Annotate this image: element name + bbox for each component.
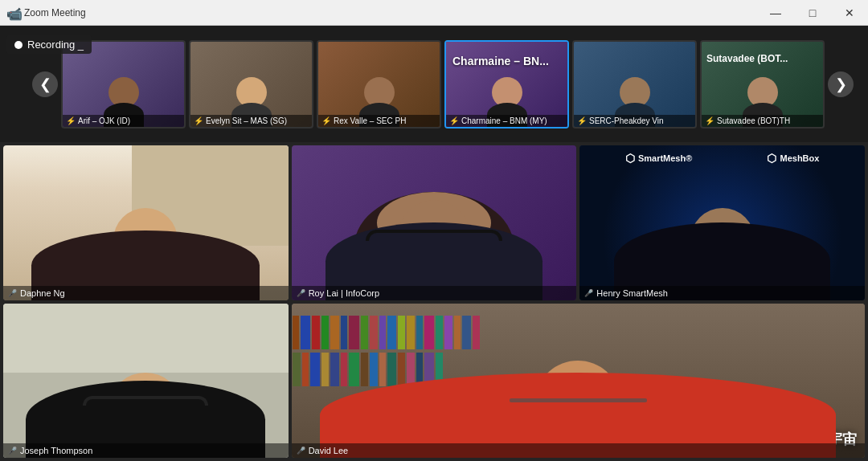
- video-cell-joseph[interactable]: 🎤 Joseph Thompson: [3, 304, 289, 459]
- lightning-icon-rex: ⚡: [321, 116, 331, 125]
- brand-logos: ⬡ SmartMesh® ⬡ MeshBox: [579, 152, 865, 165]
- mic-icon-david: 🎤: [297, 447, 305, 455]
- david-label: David Lee: [309, 446, 349, 455]
- lightning-icon-charmaine: ⚡: [449, 116, 459, 125]
- maximize-button[interactable]: □: [794, 0, 831, 26]
- thumbnail-list: ⚡ Arif – OJK (ID) ⚡ Evelyn Sit – MAS (SG…: [61, 40, 825, 129]
- cell-name-david: 🎤 David Lee: [292, 443, 865, 458]
- next-participants-button[interactable]: ❯: [828, 71, 854, 97]
- mic-icon-joseph: 🎤: [8, 447, 17, 455]
- participants-strip: ❮ ⚡ Arif – OJK (ID): [0, 26, 868, 142]
- close-button[interactable]: ✕: [831, 0, 868, 26]
- joseph-label: Joseph Thompson: [20, 446, 92, 455]
- mic-icon-daphne: 🎤: [8, 289, 17, 297]
- video-cell-henry[interactable]: ⬡ SmartMesh® ⬡ MeshBox 🎤 Henry SmartMesh: [579, 145, 865, 300]
- cell-name-daphne: 🎤 Daphne Ng: [3, 286, 289, 300]
- participant-name-charmaine: ⚡ Charmaine – BNM (MY): [446, 115, 567, 127]
- lightning-icon-evelyn: ⚡: [194, 116, 203, 125]
- meshbox-icon: ⬡: [767, 152, 776, 165]
- lightning-icon-serc: ⚡: [577, 116, 587, 125]
- recording-badge: Recording _: [6, 35, 92, 54]
- smartmesh-icon: ⬡: [625, 152, 635, 165]
- title-bar: 📹 Zoom Meeting — □ ✕: [0, 0, 868, 26]
- lightning-icon-sutavadee: ⚡: [705, 116, 714, 125]
- charmaine-active-label: Charmaine – BN...: [452, 55, 549, 67]
- main-video-grid: 🎤 Daphne Ng 🎤 Roy Lai | InfoCorp: [0, 142, 868, 461]
- window-title: Zoom Meeting: [24, 7, 86, 18]
- cell-name-joseph: 🎤 Joseph Thompson: [3, 443, 289, 458]
- smartmesh-logo: ⬡ SmartMesh®: [625, 152, 692, 165]
- cell-name-roy: 🎤 Roy Lai | InfoCorp: [292, 286, 577, 300]
- window-controls: — □ ✕: [757, 0, 868, 26]
- mic-icon-roy: 🎤: [297, 289, 305, 297]
- video-cell-daphne[interactable]: 🎤 Daphne Ng: [3, 145, 289, 300]
- cell-name-henry: 🎤 Henry SmartMesh: [579, 286, 865, 300]
- henry-label: Henry SmartMesh: [596, 288, 668, 298]
- zoom-meeting-body: Recording _ ❮ ⚡ Arif – OJK (ID): [0, 26, 868, 461]
- daphne-label: Daphne Ng: [20, 288, 65, 298]
- thumbnail-charmaine[interactable]: Charmaine – BN... ⚡ Charmaine – BNM (MY): [444, 40, 569, 129]
- meshbox-logo: ⬡ MeshBox: [767, 152, 819, 165]
- thumbnail-sutavadee[interactable]: Sutavadee (BOT... ⚡ Sutavadee (BOT)TH: [700, 40, 825, 129]
- thumbnail-evelyn[interactable]: ⚡ Evelyn Sit – MAS (SG): [189, 40, 313, 129]
- recording-label: Recording _: [27, 39, 84, 51]
- video-cell-roy[interactable]: 🎤 Roy Lai | InfoCorp: [292, 145, 577, 300]
- minimize-button[interactable]: —: [757, 0, 794, 26]
- sutavadee-active-label: Sutavadee (BOT...: [706, 53, 788, 64]
- prev-participants-button[interactable]: ❮: [32, 71, 58, 97]
- participant-name-arif: ⚡ Arif – OJK (ID): [63, 115, 184, 127]
- participant-name-sutavadee: ⚡ Sutavadee (BOT)TH: [702, 115, 823, 127]
- mic-icon-henry: 🎤: [584, 289, 593, 297]
- recording-dot: [14, 41, 23, 49]
- thumbnail-rex[interactable]: ⚡ Rex Valle – SEC PH: [317, 40, 441, 129]
- participant-name-serc: ⚡ SERC-Pheakdey Vin: [574, 115, 695, 127]
- video-cell-david[interactable]: 💬 MetaLife元宇宙 🎤 David Lee: [292, 304, 865, 459]
- participant-name-rex: ⚡ Rex Valle – SEC PH: [318, 115, 440, 127]
- lightning-icon-arif: ⚡: [66, 116, 76, 125]
- thumbnail-serc[interactable]: ⚡ SERC-Pheakdey Vin: [572, 40, 697, 129]
- participant-name-evelyn: ⚡ Evelyn Sit – MAS (SG): [190, 115, 312, 127]
- roy-label: Roy Lai | InfoCorp: [309, 288, 379, 298]
- app-icon: 📹: [6, 6, 19, 19]
